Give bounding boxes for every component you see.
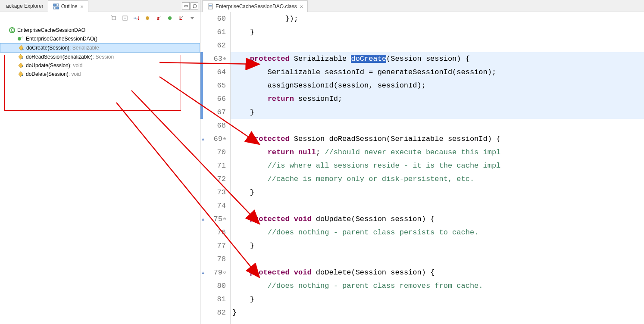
code-line[interactable]: return null; //should never execute beca… (231, 146, 644, 159)
outline-toolbar: az s L (0, 12, 200, 24)
code-editor[interactable]: 60616263⊖646566676869⊖707172737475⊖76777… (200, 12, 644, 324)
change-marker (200, 52, 203, 119)
svg-rect-24 (209, 7, 212, 7)
method-return: : Session (93, 54, 114, 60)
tab-label: ackage Explorer (6, 3, 44, 9)
svg-rect-2 (53, 7, 56, 9)
code-lines[interactable]: }); } protected Serializable doCreate(Se… (231, 12, 644, 324)
gutter-line: 62 (200, 39, 226, 52)
gutter-line: 60 (200, 12, 226, 25)
tab-label: Outline (61, 3, 78, 9)
code-line[interactable] (231, 199, 644, 212)
hide-static-button[interactable]: s (154, 14, 163, 22)
method-icon (17, 62, 24, 69)
tree-method-dodelete[interactable]: doDelete(Session) : void (0, 70, 200, 78)
close-icon[interactable]: ✕ (80, 4, 84, 9)
gutter-line: 63⊖ (200, 52, 226, 65)
svg-rect-1 (56, 4, 59, 6)
svg-rect-23 (209, 6, 212, 6)
gutter-line: 65 (200, 79, 226, 92)
gutter-line: 64 (200, 65, 226, 79)
editor-tab-label: EnterpriseCacheSessionDAO.class (216, 3, 297, 9)
class-icon: C (9, 27, 16, 34)
tab-outline[interactable]: Outline ✕ (48, 0, 88, 12)
code-line[interactable]: } (231, 186, 644, 199)
code-line[interactable] (231, 252, 644, 266)
constructor-icon: c (17, 35, 24, 42)
svg-text:C: C (11, 28, 14, 33)
tree-label: EnterpriseCacheSessionDAO() (26, 36, 97, 42)
method-name: doUpdate(Session) (26, 62, 70, 69)
code-line[interactable]: //does nothing - parent class removes fr… (231, 279, 644, 293)
outline-icon (53, 3, 59, 10)
hide-nonpublic-button[interactable] (166, 14, 174, 22)
tree-method-docreate[interactable]: doCreate(Session) : Serializable (0, 43, 200, 53)
method-icon (17, 53, 24, 60)
svg-rect-3 (56, 7, 59, 9)
tab-package-explorer[interactable]: ackage Explorer (2, 0, 48, 12)
code-line[interactable]: } (231, 239, 644, 252)
left-tab-bar: ackage Explorer Outline ✕ ▭ ▢ (0, 0, 200, 12)
outline-panel: ackage Explorer Outline ✕ ▭ ▢ az s L (0, 0, 200, 324)
svg-text:a: a (134, 16, 136, 20)
hide-local-button[interactable]: L (177, 14, 185, 22)
editor-tab[interactable]: EnterpriseCacheSessionDAO.class ✕ (202, 0, 308, 12)
tree-label: EnterpriseCacheSessionDAO (17, 27, 85, 33)
gutter-line: 73 (200, 186, 226, 199)
gutter-line: 69⊖ (200, 132, 226, 146)
tree-class-node[interactable]: C EnterpriseCacheSessionDAO (0, 26, 200, 34)
view-menu-button[interactable] (188, 14, 197, 22)
line-gutter: 60616263⊖646566676869⊖707172737475⊖76777… (200, 12, 231, 324)
code-line[interactable]: Serializable sessionId = generateSession… (231, 65, 644, 79)
focus-button[interactable] (109, 14, 118, 22)
svg-point-19 (18, 37, 21, 40)
class-file-icon (207, 3, 214, 10)
tree-constructor-node[interactable]: c EnterpriseCacheSessionDAO() (0, 34, 200, 43)
gutter-line: 68 (200, 119, 226, 132)
outline-tree: C EnterpriseCacheSessionDAO c Enterprise… (0, 24, 200, 80)
code-line[interactable]: }); (231, 12, 644, 25)
code-line[interactable]: } (231, 25, 644, 39)
code-line[interactable]: protected void doDelete(Session session)… (231, 266, 644, 279)
code-line[interactable]: assignSessionId(session, sessionId); (231, 79, 644, 92)
gutter-line: 70 (200, 146, 226, 159)
gutter-line: 80 (200, 279, 226, 293)
method-name: doCreate(Session) (26, 45, 69, 51)
editor-panel: EnterpriseCacheSessionDAO.class ✕ 606162… (200, 0, 644, 324)
svg-point-14 (168, 16, 172, 20)
gutter-line: 81 (200, 293, 226, 306)
method-icon (18, 44, 25, 51)
editor-tab-bar: EnterpriseCacheSessionDAO.class ✕ (200, 0, 644, 12)
gutter-line: 71 (200, 159, 226, 172)
code-line[interactable] (231, 119, 644, 132)
sort-button[interactable]: az (132, 14, 141, 22)
gutter-line: 75⊖ (200, 212, 226, 226)
gutter-line: 78 (200, 252, 226, 266)
code-line[interactable]: } (231, 306, 644, 319)
tree-method-doreadsession[interactable]: doReadSession(Serializable) : Session (0, 53, 200, 61)
code-line[interactable]: protected void doUpdate(Session session)… (231, 212, 644, 226)
collapse-button[interactable] (121, 14, 129, 22)
tree-method-doupdate[interactable]: doUpdate(Session) : void (0, 61, 200, 70)
hide-fields-button[interactable] (143, 14, 152, 22)
svg-text:c: c (22, 35, 24, 39)
code-line[interactable]: //is where all sessions reside - it is t… (231, 159, 644, 172)
gutter-line: 61 (200, 25, 226, 39)
method-name: doDelete(Session) (26, 71, 69, 77)
maximize-button[interactable]: ▢ (191, 2, 198, 10)
gutter-line: 67 (200, 106, 226, 119)
gutter-line: 76 (200, 226, 226, 239)
code-line[interactable]: } (231, 106, 644, 119)
method-return: : void (70, 62, 83, 69)
code-line[interactable]: protected Serializable doCreate(Session … (231, 52, 644, 65)
minimize-button[interactable]: ▭ (182, 2, 190, 10)
code-line[interactable]: //does nothing - parent class persists t… (231, 226, 644, 239)
code-line[interactable]: //cache is memory only or disk-persisten… (231, 172, 644, 186)
gutter-line: 77 (200, 239, 226, 252)
close-icon[interactable]: ✕ (300, 4, 303, 9)
code-line[interactable]: protected Session doReadSession(Serializ… (231, 132, 644, 146)
code-line[interactable]: } (231, 293, 644, 306)
code-line[interactable] (231, 39, 644, 52)
code-line[interactable]: return sessionId; (231, 92, 644, 106)
method-return: : void (69, 71, 81, 77)
